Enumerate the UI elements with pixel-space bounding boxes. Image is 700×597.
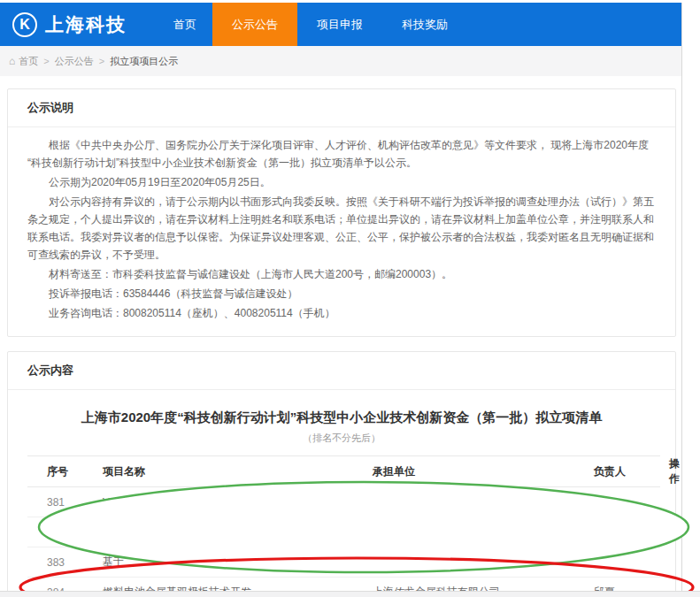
breadcrumb: ⌂ 首页>公示公告>拟立项项目公示 <box>0 46 681 76</box>
breadcrumb-item-2[interactable]: 公示公告 <box>55 56 94 66</box>
column-header-person: 负责人 <box>585 456 660 487</box>
breadcrumb-items: 首页>公示公告>拟立项项目公示 <box>19 55 178 68</box>
cell-project <box>94 517 364 547</box>
notice-paragraph-3: 对公示内容持有异议的，请于公示期内以书面形式向我委反映。按照《关于科研不端行为投… <box>27 193 656 264</box>
browser-page: K 上海科技 首页公示公告项目申报科技奖励 ⌂ 首页>公示公告>拟立项项目公示 … <box>0 3 682 597</box>
home-icon[interactable]: ⌂ <box>9 55 15 67</box>
cell-person <box>585 487 660 517</box>
nav-item-2[interactable]: 公示公告 <box>212 3 297 46</box>
table-title: 上海市2020年度“科技创新行动计划”科技型中小企业技术创新资金（第一批）拟立项… <box>27 408 656 426</box>
cell-no: 383 <box>27 547 94 578</box>
nav-item-3[interactable]: 项目申报 <box>297 3 382 46</box>
content-card-body: 上海市2020年度“科技创新行动计划”科技型中小企业技术创新资金（第一批）拟立项… <box>8 390 675 597</box>
nav-item-4[interactable]: 科技奖励 <box>382 3 467 46</box>
logo-text: 上海科技 <box>45 12 127 37</box>
cell-project: VOI <box>94 487 364 517</box>
cell-project: 基于 <box>94 547 364 578</box>
column-header-org: 承担单位 <box>364 456 585 487</box>
notice-card-title: 公示说明 <box>8 89 675 127</box>
notice-paragraph-5: 投诉举报电话：63584446（科技监督与诚信建设处） <box>27 285 656 302</box>
table-subtitle: （排名不分先后） <box>19 432 665 445</box>
cell-person <box>585 517 660 547</box>
notice-paragraph-1: 根据《中共中央办公厅、国务院办公厅关于深化项目评审、人才评价、机构评估改革的意见… <box>27 136 656 172</box>
cell-no: 381 <box>27 487 94 517</box>
notice-paragraph-6: 业务咨询电话：8008205114（座机）、4008205114（手机） <box>27 304 656 322</box>
content-card-title: 公示内容 <box>8 352 675 390</box>
breadcrumb-separator: > <box>43 56 49 66</box>
cell-person <box>585 547 660 578</box>
table-row-382: 382 <box>27 517 660 547</box>
column-header-project: 项目名称 <box>94 456 364 487</box>
notice-card-body: 根据《中共中央办公厅、国务院办公厅关于深化项目评审、人才评价、机构评估改革的意见… <box>8 127 675 336</box>
cell-org <box>364 547 585 578</box>
notice-paragraph-2: 公示期为2020年05月19日至2020年05月25日。 <box>27 173 656 191</box>
notice-card: 公示说明 根据《中共中央办公厅、国务院办公厅关于深化项目评审、人才评价、机构评估… <box>7 88 676 337</box>
notice-paragraph-4: 材料寄送至：市科委科技监督与诚信建设处（上海市人民大道200号，邮编200003… <box>27 265 656 283</box>
table-header-row: 序号项目名称承担单位负责人操作 <box>27 456 660 487</box>
site-header: K 上海科技 首页公示公告项目申报科技奖励 <box>0 3 681 46</box>
breadcrumb-separator: > <box>99 56 104 66</box>
nav-item-1[interactable]: 首页 <box>158 3 212 46</box>
project-table-wrap: 序号项目名称承担单位负责人操作 381VOI异议382383基于异议384燃料电… <box>27 455 656 597</box>
breadcrumb-item-1[interactable]: 首页 <box>19 56 38 66</box>
project-table: 序号项目名称承担单位负责人操作 381VOI异议382383基于异议384燃料电… <box>27 455 660 597</box>
table-row-383: 383基于异议 <box>27 547 660 578</box>
footer-strip <box>0 591 700 597</box>
logo-k-icon: K <box>12 12 37 37</box>
site-logo[interactable]: K 上海科技 <box>0 3 158 46</box>
content-card: 公示内容 上海市2020年度“科技创新行动计划”科技型中小企业技术创新资金（第一… <box>7 351 676 597</box>
cell-org <box>364 517 585 547</box>
breadcrumb-item-3: 拟立项项目公示 <box>110 56 178 66</box>
cell-no: 382 <box>27 517 94 547</box>
main-nav: 首页公示公告项目申报科技奖励 <box>158 3 467 46</box>
column-header-no: 序号 <box>27 456 94 487</box>
table-row-381: 381VOI异议 <box>27 487 660 517</box>
cell-org <box>364 487 585 517</box>
